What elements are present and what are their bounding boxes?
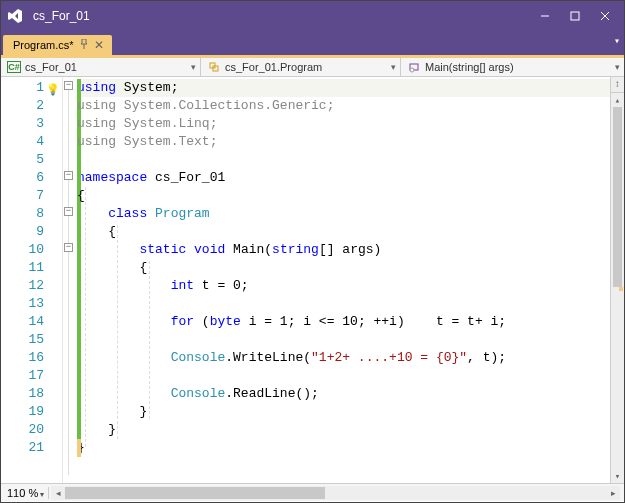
scrollbar-thumb[interactable] [613, 107, 622, 287]
tab-overflow-dropdown[interactable]: ▾ [614, 35, 620, 47]
line-number: 9 [1, 223, 62, 241]
line-number: 20 [1, 421, 62, 439]
statusbar: 110 %▾ ◂ ▸ [1, 483, 624, 501]
line-number: 16 [1, 349, 62, 367]
code-line[interactable]: using System.Text; [77, 133, 624, 151]
close-button[interactable] [590, 1, 620, 31]
scroll-left-arrow[interactable]: ◂ [51, 488, 65, 498]
line-number: 1💡 [1, 79, 62, 97]
code-line[interactable]: using System.Collections.Generic; [77, 97, 624, 115]
member-dropdown[interactable]: Main(string[] args) ▾ [401, 58, 624, 76]
horizontal-scrollbar[interactable]: ◂ ▸ [51, 486, 620, 500]
line-number: 12 [1, 277, 62, 295]
code-line[interactable]: using System; [77, 79, 624, 97]
fold-toggle[interactable]: − [64, 243, 73, 252]
line-number: 13 [1, 295, 62, 313]
line-number: 7 [1, 187, 62, 205]
code-line[interactable]: static void Main(string[] args) [77, 241, 624, 259]
scrollbar-thumb[interactable] [65, 487, 325, 499]
code-line[interactable]: } [77, 421, 624, 439]
scroll-up-arrow[interactable]: ▴ [611, 93, 624, 107]
line-number: 11 [1, 259, 62, 277]
window-title: cs_For_01 [33, 9, 530, 23]
line-number: 6 [1, 169, 62, 187]
code-editor[interactable]: 1💡 2 3 4 5 6 7 8 9 10 11 12 13 14 15 16 … [1, 77, 624, 483]
pin-icon[interactable] [80, 39, 88, 51]
line-number: 3 [1, 115, 62, 133]
zoom-level[interactable]: 110 %▾ [3, 487, 49, 499]
line-number: 15 [1, 331, 62, 349]
scope-dropdown[interactable]: C# cs_For_01 ▾ [1, 58, 201, 76]
code-line[interactable]: class Program [77, 205, 624, 223]
code-line[interactable]: } [77, 439, 624, 457]
code-line[interactable]: int t = 0; [77, 277, 624, 295]
code-line[interactable]: { [77, 187, 624, 205]
code-line[interactable]: Console.ReadLine(); [77, 385, 624, 403]
method-icon [407, 61, 421, 73]
vertical-scrollbar[interactable]: ▴ ▾ [610, 93, 624, 483]
scroll-right-arrow[interactable]: ▸ [606, 488, 620, 498]
tabbar: Program.cs* ✕ ▾ [1, 31, 624, 55]
class-icon [207, 61, 221, 73]
csharp-project-icon: C# [7, 61, 21, 73]
code-line[interactable] [77, 151, 624, 169]
change-marker [619, 287, 623, 291]
fold-toggle[interactable]: − [64, 81, 73, 90]
code-line[interactable]: for (byte i = 1; i <= 10; ++i) t = t+ i; [77, 313, 624, 331]
code-area[interactable]: using System; using System.Collections.G… [77, 77, 624, 483]
tab-close-icon[interactable]: ✕ [94, 38, 104, 52]
class-label: cs_For_01.Program [225, 61, 322, 73]
code-line[interactable] [77, 295, 624, 313]
navigation-bar: C# cs_For_01 ▾ cs_For_01.Program ▾ Main(… [1, 55, 624, 77]
line-number: 8 [1, 205, 62, 223]
line-number: 18 [1, 385, 62, 403]
chevron-down-icon: ▾ [391, 62, 396, 72]
line-number: 17 [1, 367, 62, 385]
vs-logo-icon [5, 6, 25, 26]
code-line[interactable] [77, 367, 624, 385]
code-line[interactable]: { [77, 259, 624, 277]
outline-margin: − − − − [63, 77, 77, 483]
svg-point-7 [410, 68, 414, 72]
minimize-button[interactable] [530, 1, 560, 31]
code-line[interactable]: using System.Linq; [77, 115, 624, 133]
line-number: 4 [1, 133, 62, 151]
scope-label: cs_For_01 [25, 61, 77, 73]
line-number: 5 [1, 151, 62, 169]
split-view-button[interactable]: ↕ [610, 77, 624, 93]
code-line[interactable]: { [77, 223, 624, 241]
scrollbar-track[interactable] [611, 107, 624, 469]
line-number: 2 [1, 97, 62, 115]
code-line[interactable]: namespace cs_For_01 [77, 169, 624, 187]
class-dropdown[interactable]: cs_For_01.Program ▾ [201, 58, 401, 76]
code-line[interactable] [77, 331, 624, 349]
code-line[interactable]: } [77, 403, 624, 421]
svg-rect-1 [571, 12, 579, 20]
tab-label: Program.cs* [13, 39, 74, 51]
line-number: 19 [1, 403, 62, 421]
line-number: 21 [1, 439, 62, 457]
line-number-gutter: 1💡 2 3 4 5 6 7 8 9 10 11 12 13 14 15 16 … [1, 77, 63, 483]
scroll-down-arrow[interactable]: ▾ [611, 469, 624, 483]
chevron-down-icon: ▾ [191, 62, 196, 72]
line-number: 14 [1, 313, 62, 331]
code-line[interactable]: Console.WriteLine("1+2+ ....+10 = {0}", … [77, 349, 624, 367]
chevron-down-icon: ▾ [615, 62, 620, 72]
window-titlebar: cs_For_01 [1, 1, 624, 31]
member-label: Main(string[] args) [425, 61, 514, 73]
line-number: 10 [1, 241, 62, 259]
maximize-button[interactable] [560, 1, 590, 31]
fold-toggle[interactable]: − [64, 171, 73, 180]
tab-program-cs[interactable]: Program.cs* ✕ [3, 35, 112, 55]
fold-toggle[interactable]: − [64, 207, 73, 216]
